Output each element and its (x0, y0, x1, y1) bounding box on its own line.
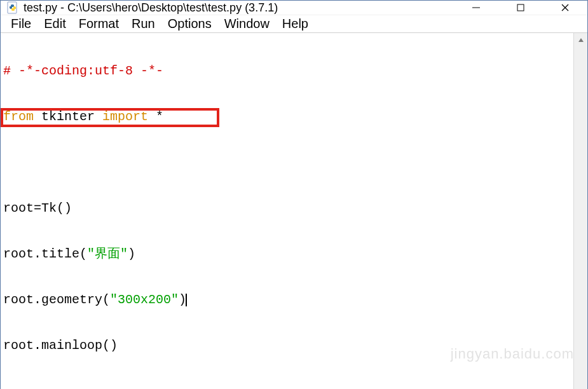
code-text: root.title( (3, 247, 87, 261)
window-title: test.py - C:\Users\hero\Desktop\test\tes… (24, 1, 278, 15)
menu-window[interactable]: Window (218, 15, 276, 32)
editor-area: # -*-coding:utf-8 -*- from tkinter impor… (1, 32, 587, 389)
comment-text: # -*-coding:utf-8 -*- (3, 64, 163, 78)
maximize-button[interactable] (498, 1, 543, 15)
code-line: root.title("界面") (3, 247, 571, 262)
code-line: root.mainloop() (3, 338, 571, 353)
menubar: File Edit Format Run Options Window Help (1, 15, 587, 32)
star-op: * (148, 109, 163, 124)
menu-options[interactable]: Options (161, 15, 218, 32)
menu-edit[interactable]: Edit (38, 15, 72, 32)
menu-format[interactable]: Format (72, 15, 125, 32)
maximize-icon (516, 3, 525, 12)
code-line: from tkinter import * (3, 109, 571, 125)
menu-file[interactable]: File (4, 15, 38, 32)
window-controls (454, 1, 587, 15)
vertical-scrollbar[interactable] (573, 33, 587, 389)
close-icon (561, 3, 570, 12)
python-file-icon (6, 1, 20, 15)
code-text: root.mainloop() (3, 338, 118, 353)
keyword: from (3, 109, 34, 124)
scroll-track[interactable] (574, 47, 587, 389)
code-line: # -*-coding:utf-8 -*- (3, 64, 571, 79)
string-literal: "界面" (87, 247, 128, 261)
code-text: root=Tk() (3, 201, 72, 215)
minimize-button[interactable] (454, 1, 498, 15)
titlebar[interactable]: test.py - C:\Users\hero\Desktop\test\tes… (1, 1, 587, 15)
svg-rect-2 (517, 4, 524, 11)
svg-marker-5 (578, 38, 584, 42)
scroll-up-arrow-icon[interactable] (574, 33, 587, 47)
menu-run[interactable]: Run (125, 15, 161, 32)
code-line: root.geometry("300x200") (3, 292, 571, 308)
app-window: test.py - C:\Users\hero\Desktop\test\tes… (0, 0, 588, 389)
keyword: import (102, 109, 148, 124)
code-text: ) (128, 247, 135, 261)
close-button[interactable] (543, 1, 587, 15)
text-cursor (186, 294, 187, 306)
code-line: root=Tk() (3, 201, 571, 216)
code-editor[interactable]: # -*-coding:utf-8 -*- from tkinter impor… (1, 33, 573, 389)
code-text: root.geometry( (3, 292, 110, 307)
module-name: tkinter (34, 109, 102, 124)
code-line (3, 155, 571, 170)
string-literal: "300x200" (110, 292, 179, 307)
minimize-icon (472, 3, 481, 12)
menu-help[interactable]: Help (276, 15, 315, 32)
